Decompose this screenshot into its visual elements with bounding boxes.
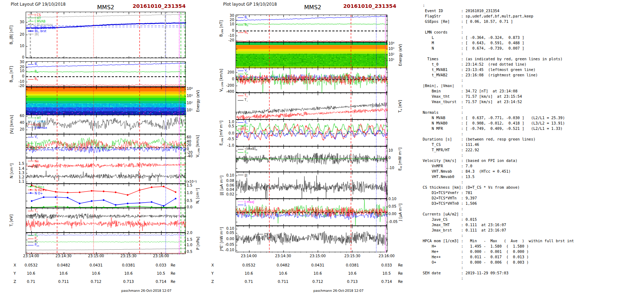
solid-line-icon — [28, 235, 34, 236]
solid-line-icon — [238, 129, 243, 129]
footer-value: 0.033 — [375, 263, 398, 267]
info-line: O+ : 0.000 - 0.006 ( 0.003 ) — [423, 260, 574, 265]
footer-value: 0.711 — [52, 279, 75, 284]
plot-canvas — [236, 199, 388, 226]
dashed-line-icon — [28, 18, 34, 18]
solid-line-icon — [28, 21, 34, 21]
legend-label: t vmax — [35, 120, 45, 123]
y-tick-label: 20 — [13, 32, 24, 36]
y-tick-label: -10 — [223, 34, 234, 37]
info-line: He+ : 0.000 - 0.001 ( 0.000 ) — [423, 249, 574, 254]
legend-label: BL — [35, 62, 38, 66]
legend-entry: EM — [238, 151, 257, 154]
y-tick-label: -10 — [13, 80, 24, 83]
credit-line: paschmann 26-Oct-2018 12:07 — [107, 289, 186, 293]
info-line: : — [423, 153, 574, 158]
info-line: D1=TCS*Vnmfr : 781 — [423, 190, 574, 195]
legend-label: EM — [245, 151, 248, 154]
solid-line-icon — [28, 31, 34, 31]
info-line: : — [423, 131, 574, 137]
legend-entry: VL — [28, 136, 38, 139]
panel-minor_ions: N He+N He++N O+ — [26, 184, 186, 208]
legend: BLBMBN — [238, 16, 248, 34]
plot-canvas — [26, 233, 186, 254]
footer-value: 0.0532 — [237, 263, 260, 267]
legend: t HTt vmaxt cst dvmax — [28, 116, 47, 129]
y-tick-label: 0.08 — [223, 179, 234, 183]
plot-canvas — [26, 115, 186, 134]
legend-entry: EN — [238, 127, 248, 131]
footer-value: 0.0381 — [117, 263, 140, 267]
dashed-line-icon — [28, 118, 34, 118]
y-tick-label: -10 — [388, 166, 404, 170]
solid-line-icon — [28, 166, 34, 167]
solid-line-icon — [28, 215, 34, 216]
footer-value: 0.0431 — [306, 263, 329, 267]
y-tick-label: 0.10 — [223, 173, 234, 177]
solid-line-icon — [28, 211, 34, 211]
legend-entry: BN — [28, 78, 38, 81]
y-tick-label: 102 — [187, 101, 202, 105]
panel-jdote: J*E' — [236, 226, 387, 252]
footer-value: 0.0482 — [272, 263, 295, 267]
dashed-line-icon — [28, 15, 34, 15]
solid-line-icon — [238, 122, 243, 123]
legend-label: JL — [245, 203, 246, 207]
y-tick-label: 2.0 — [187, 231, 202, 235]
y-tick-label: 1.1 — [13, 179, 24, 183]
y-tick-label: 0.04 — [223, 188, 234, 192]
solid-line-icon — [238, 71, 243, 71]
y-tick-label: -0.10 — [223, 248, 234, 252]
legend-entry: t dvmax — [28, 126, 47, 129]
solid-line-icon — [238, 96, 243, 96]
footer-unit: Re — [171, 271, 175, 275]
solid-line-icon — [28, 190, 34, 190]
y-tick-label: 20 — [13, 127, 24, 131]
footer-value: 10.5 — [150, 271, 172, 275]
solid-line-icon — [238, 74, 243, 74]
footer-value: 10.6 — [20, 271, 42, 275]
footer-value: 10.6 — [85, 271, 107, 275]
panel-jmag: |J| — [236, 172, 387, 199]
marker-dot-icon — [30, 186, 31, 187]
y-tick-label: -1.0 — [223, 143, 234, 147]
legend-label: BN — [35, 77, 38, 81]
legend-entry: VM — [238, 72, 248, 76]
y-tick-label: 0.02 — [223, 192, 234, 196]
legend-label: BL, 50% of BL — [35, 26, 56, 29]
y-tick-label: -20 — [223, 38, 234, 42]
plot-canvas — [26, 184, 186, 208]
legend-label: BM — [245, 23, 248, 27]
legend-entry: BN — [238, 31, 248, 34]
footer-row-label: Z — [14, 279, 16, 284]
dotted-line-icon — [28, 121, 34, 121]
legend-label: t CS — [35, 14, 41, 16]
y-tick-label: 20 — [187, 143, 202, 147]
solid-line-icon — [238, 100, 243, 101]
footer-unit: Re — [398, 263, 403, 267]
solid-line-icon — [28, 64, 34, 65]
y-tick-label: 0.00 — [388, 212, 404, 216]
y-tick-label: 0.5 — [223, 124, 234, 128]
info-line: t_0 : 23:14:52 (red dotted line) — [423, 62, 574, 67]
info-line: : — [423, 206, 574, 212]
info-line: VHT.Nmvab : 84.3 (HTcc = 0.451) — [423, 169, 574, 174]
y-tick-label: 101 — [388, 58, 404, 62]
event-id-label: 20161010_231354 — [332, 3, 396, 9]
solid-line-icon — [238, 32, 243, 33]
footer-unit: Re — [171, 263, 175, 267]
right-axis-label: Te [eV] — [397, 93, 403, 120]
info-line: H+ : 1.495 - 1.580 ( 1.580 ) — [423, 244, 574, 249]
plot-canvas — [236, 172, 388, 199]
footer-row-label: Y — [14, 271, 16, 275]
legend-label: N O+ — [35, 192, 43, 195]
y-tick-label: 20 — [223, 18, 234, 22]
info-line: N MVAB0 : [ 0.908, -0.012, 0.418 ] (L3/L… — [423, 121, 574, 126]
legend-entry: t HT — [28, 16, 56, 20]
legend-label: N He+ — [35, 185, 45, 188]
y-tick-label: 0.00 — [223, 237, 234, 241]
info-line: N MFR : [ -0.749, 0.409, -0.521 ] (L2/L1… — [423, 126, 574, 131]
info-line: Currents [uA/m2] : — [423, 212, 574, 217]
solid-line-icon — [28, 149, 34, 149]
y-tick-label: -200 — [223, 83, 234, 87]
